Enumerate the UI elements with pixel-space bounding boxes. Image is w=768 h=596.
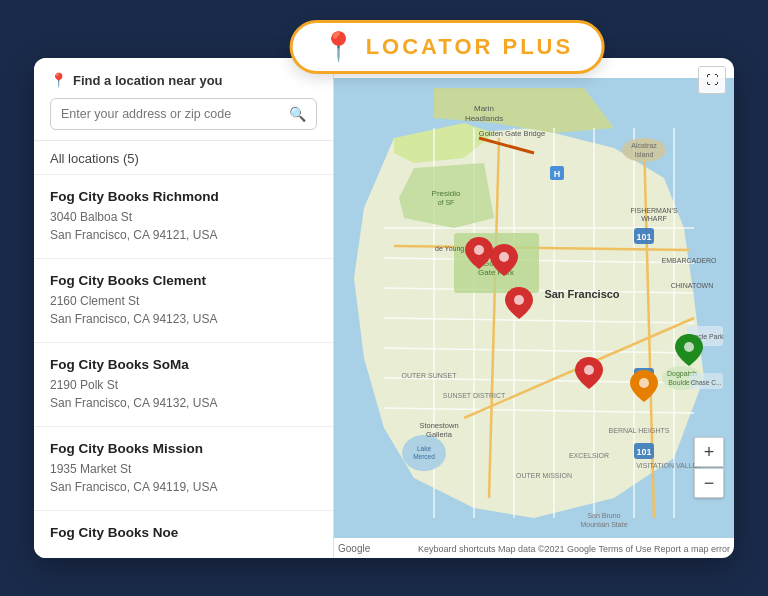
svg-text:H: H [554,169,561,179]
svg-point-72 [514,295,524,305]
svg-text:Mountain State: Mountain State [580,521,627,528]
svg-text:EMBARCADERO: EMBARCADERO [662,257,717,264]
svg-text:OUTER MISSION: OUTER MISSION [516,472,572,479]
expand-icon: ⛶ [706,73,718,87]
svg-text:Headlands: Headlands [465,114,503,123]
svg-text:San Bruno: San Bruno [587,512,620,519]
svg-text:EXCELSIOR: EXCELSIOR [569,452,609,459]
google-attribution: Google [338,543,370,554]
list-item[interactable]: Fog City Books SoMa 2190 Polk StSan Fran… [34,343,333,427]
svg-text:of SF: of SF [438,199,455,206]
sidebar-header: 📍 Find a location near you 🔍 [34,58,333,141]
svg-text:101: 101 [636,447,651,457]
location-name: Fog City Books Clement [50,273,317,288]
pin-icon: 📍 [321,33,356,61]
locations-count: All locations (5) [34,141,333,175]
header-badge: 📍 LOCATOR PLUS [290,20,605,74]
svg-text:BERNAL HEIGHTS: BERNAL HEIGHTS [609,427,670,434]
location-name: Fog City Books SoMa [50,357,317,372]
location-name: Fog City Books Noe [50,525,317,540]
zoom-out-button[interactable]: − [694,468,724,498]
map-canvas: 101 101 101 Golden Gate Park de Young Mu… [334,58,734,558]
search-input[interactable] [61,107,281,121]
svg-point-71 [499,252,509,262]
svg-text:FISHERMAN'S: FISHERMAN'S [630,207,678,214]
svg-text:Island: Island [635,151,654,158]
svg-text:Stonestown: Stonestown [419,421,458,430]
list-item[interactable]: Fog City Books Noe [34,511,333,558]
search-box[interactable]: 🔍 [50,98,317,130]
svg-text:Galleria: Galleria [426,430,453,439]
find-label-text: Find a location near you [73,73,223,88]
svg-text:WHARF: WHARF [641,215,667,222]
map-footer: Keyboard shortcuts Map data ©2021 Google… [418,544,730,554]
svg-text:101: 101 [636,232,651,242]
svg-text:SUNSET DISTRICT: SUNSET DISTRICT [443,392,506,399]
svg-text:Lake: Lake [417,445,431,452]
svg-text:Marin: Marin [474,104,494,113]
svg-point-74 [639,378,649,388]
map-controls: + − [694,437,724,498]
svg-text:Alcatraz: Alcatraz [631,142,657,149]
location-name: Fog City Books Richmond [50,189,317,204]
location-address: 1935 Market StSan Francisco, CA 94119, U… [50,460,317,496]
app-wrapper: 📍 LOCATOR PLUS 📍 Find a location near yo… [34,38,734,558]
zoom-in-button[interactable]: + [694,437,724,467]
location-list: Fog City Books Richmond 3040 Balboa StSa… [34,175,333,558]
svg-point-75 [684,342,694,352]
svg-text:Chase C...: Chase C... [691,379,722,386]
list-item[interactable]: Fog City Books Clement 2160 Clement StSa… [34,259,333,343]
find-location-label: 📍 Find a location near you [50,72,317,88]
map-area[interactable]: 101 101 101 Golden Gate Park de Young Mu… [334,58,734,558]
svg-text:OUTER SUNSET: OUTER SUNSET [402,372,458,379]
svg-text:VISITATION VALLEY: VISITATION VALLEY [636,462,702,469]
main-container: 📍 Find a location near you 🔍 All locatio… [34,58,734,558]
svg-point-73 [584,365,594,375]
search-icon: 🔍 [289,106,306,122]
location-address: 3040 Balboa StSan Francisco, CA 94121, U… [50,208,317,244]
svg-point-70 [474,245,484,255]
svg-text:Merced: Merced [413,453,435,460]
map-pin-icon: 📍 [50,72,67,88]
svg-text:San Francisco: San Francisco [544,288,619,300]
location-name: Fog City Books Mission [50,441,317,456]
expand-button[interactable]: ⛶ [698,66,726,94]
list-item[interactable]: Fog City Books Richmond 3040 Balboa StSa… [34,175,333,259]
sidebar: 📍 Find a location near you 🔍 All locatio… [34,58,334,558]
location-address: 2190 Polk StSan Francisco, CA 94132, USA [50,376,317,412]
svg-text:CHINATOWN: CHINATOWN [671,282,714,289]
list-item[interactable]: Fog City Books Mission 1935 Market StSan… [34,427,333,511]
badge-title: LOCATOR PLUS [366,34,574,60]
svg-text:Golden Gate Bridge: Golden Gate Bridge [479,129,545,138]
svg-text:Presidio: Presidio [432,189,461,198]
location-address: 2160 Clement StSan Francisco, CA 94123, … [50,292,317,328]
